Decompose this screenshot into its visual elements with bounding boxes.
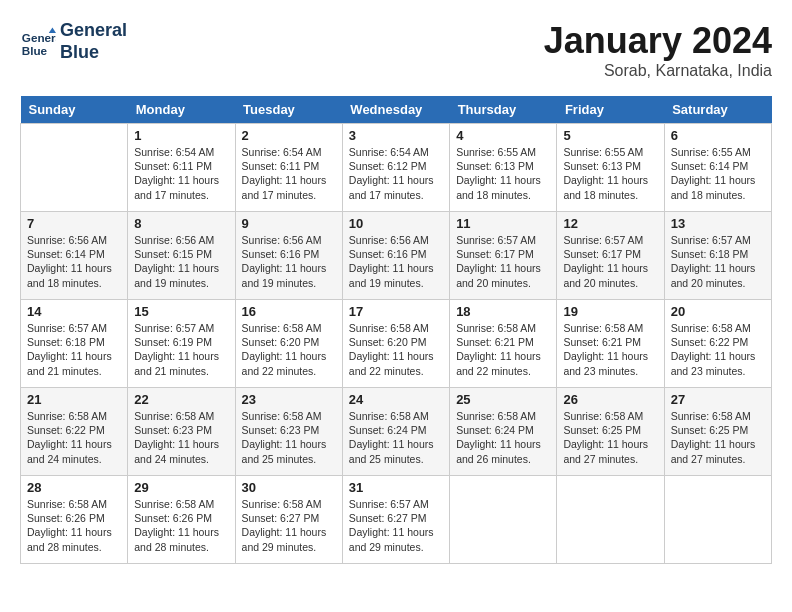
week-row-4: 21Sunrise: 6:58 AM Sunset: 6:22 PM Dayli… [21,388,772,476]
day-number: 6 [671,128,765,143]
day-info: Sunrise: 6:58 AM Sunset: 6:20 PM Dayligh… [242,321,336,378]
day-info: Sunrise: 6:58 AM Sunset: 6:27 PM Dayligh… [242,497,336,554]
day-number: 19 [563,304,657,319]
day-number: 9 [242,216,336,231]
title-block: January 2024 Sorab, Karnataka, India [544,20,772,80]
location-title: Sorab, Karnataka, India [544,62,772,80]
calendar-cell: 9Sunrise: 6:56 AM Sunset: 6:16 PM Daylig… [235,212,342,300]
day-info: Sunrise: 6:58 AM Sunset: 6:21 PM Dayligh… [456,321,550,378]
day-info: Sunrise: 6:58 AM Sunset: 6:23 PM Dayligh… [242,409,336,466]
day-info: Sunrise: 6:57 AM Sunset: 6:19 PM Dayligh… [134,321,228,378]
day-number: 25 [456,392,550,407]
calendar-cell: 13Sunrise: 6:57 AM Sunset: 6:18 PM Dayli… [664,212,771,300]
day-info: Sunrise: 6:56 AM Sunset: 6:14 PM Dayligh… [27,233,121,290]
day-info: Sunrise: 6:55 AM Sunset: 6:14 PM Dayligh… [671,145,765,202]
logo: General Blue General Blue [20,20,127,63]
logo-icon: General Blue [20,24,56,60]
calendar-header-row: Sunday Monday Tuesday Wednesday Thursday… [21,96,772,124]
calendar-cell: 8Sunrise: 6:56 AM Sunset: 6:15 PM Daylig… [128,212,235,300]
day-number: 13 [671,216,765,231]
calendar-cell: 23Sunrise: 6:58 AM Sunset: 6:23 PM Dayli… [235,388,342,476]
calendar-cell [557,476,664,564]
day-number: 4 [456,128,550,143]
svg-text:Blue: Blue [22,43,48,56]
day-info: Sunrise: 6:58 AM Sunset: 6:24 PM Dayligh… [349,409,443,466]
day-number: 30 [242,480,336,495]
calendar-cell: 1Sunrise: 6:54 AM Sunset: 6:11 PM Daylig… [128,124,235,212]
calendar-cell: 12Sunrise: 6:57 AM Sunset: 6:17 PM Dayli… [557,212,664,300]
day-number: 29 [134,480,228,495]
calendar-cell: 2Sunrise: 6:54 AM Sunset: 6:11 PM Daylig… [235,124,342,212]
month-title: January 2024 [544,20,772,62]
col-tuesday: Tuesday [235,96,342,124]
day-number: 5 [563,128,657,143]
day-number: 2 [242,128,336,143]
page-header: General Blue General Blue January 2024 S… [20,20,772,80]
day-info: Sunrise: 6:58 AM Sunset: 6:25 PM Dayligh… [671,409,765,466]
day-number: 22 [134,392,228,407]
calendar-cell: 4Sunrise: 6:55 AM Sunset: 6:13 PM Daylig… [450,124,557,212]
calendar-cell: 18Sunrise: 6:58 AM Sunset: 6:21 PM Dayli… [450,300,557,388]
day-info: Sunrise: 6:58 AM Sunset: 6:22 PM Dayligh… [27,409,121,466]
calendar-cell: 24Sunrise: 6:58 AM Sunset: 6:24 PM Dayli… [342,388,449,476]
calendar-cell: 28Sunrise: 6:58 AM Sunset: 6:26 PM Dayli… [21,476,128,564]
calendar-cell: 3Sunrise: 6:54 AM Sunset: 6:12 PM Daylig… [342,124,449,212]
calendar-cell: 26Sunrise: 6:58 AM Sunset: 6:25 PM Dayli… [557,388,664,476]
calendar-cell: 29Sunrise: 6:58 AM Sunset: 6:26 PM Dayli… [128,476,235,564]
day-info: Sunrise: 6:57 AM Sunset: 6:18 PM Dayligh… [671,233,765,290]
calendar-cell: 30Sunrise: 6:58 AM Sunset: 6:27 PM Dayli… [235,476,342,564]
day-info: Sunrise: 6:58 AM Sunset: 6:21 PM Dayligh… [563,321,657,378]
calendar-cell [450,476,557,564]
col-saturday: Saturday [664,96,771,124]
day-number: 23 [242,392,336,407]
day-info: Sunrise: 6:54 AM Sunset: 6:12 PM Dayligh… [349,145,443,202]
col-thursday: Thursday [450,96,557,124]
day-info: Sunrise: 6:55 AM Sunset: 6:13 PM Dayligh… [563,145,657,202]
calendar-table: Sunday Monday Tuesday Wednesday Thursday… [20,96,772,564]
day-number: 15 [134,304,228,319]
day-info: Sunrise: 6:58 AM Sunset: 6:22 PM Dayligh… [671,321,765,378]
calendar-cell: 5Sunrise: 6:55 AM Sunset: 6:13 PM Daylig… [557,124,664,212]
day-number: 10 [349,216,443,231]
day-info: Sunrise: 6:54 AM Sunset: 6:11 PM Dayligh… [242,145,336,202]
calendar-cell: 10Sunrise: 6:56 AM Sunset: 6:16 PM Dayli… [342,212,449,300]
day-number: 8 [134,216,228,231]
calendar-cell: 7Sunrise: 6:56 AM Sunset: 6:14 PM Daylig… [21,212,128,300]
day-info: Sunrise: 6:58 AM Sunset: 6:24 PM Dayligh… [456,409,550,466]
calendar-cell: 15Sunrise: 6:57 AM Sunset: 6:19 PM Dayli… [128,300,235,388]
week-row-5: 28Sunrise: 6:58 AM Sunset: 6:26 PM Dayli… [21,476,772,564]
day-number: 16 [242,304,336,319]
day-number: 24 [349,392,443,407]
day-number: 27 [671,392,765,407]
week-row-3: 14Sunrise: 6:57 AM Sunset: 6:18 PM Dayli… [21,300,772,388]
day-number: 17 [349,304,443,319]
day-number: 11 [456,216,550,231]
week-row-1: 1Sunrise: 6:54 AM Sunset: 6:11 PM Daylig… [21,124,772,212]
calendar-cell: 14Sunrise: 6:57 AM Sunset: 6:18 PM Dayli… [21,300,128,388]
col-friday: Friday [557,96,664,124]
calendar-cell: 25Sunrise: 6:58 AM Sunset: 6:24 PM Dayli… [450,388,557,476]
day-info: Sunrise: 6:54 AM Sunset: 6:11 PM Dayligh… [134,145,228,202]
calendar-cell [664,476,771,564]
day-number: 20 [671,304,765,319]
col-monday: Monday [128,96,235,124]
calendar-cell: 17Sunrise: 6:58 AM Sunset: 6:20 PM Dayli… [342,300,449,388]
day-number: 18 [456,304,550,319]
day-info: Sunrise: 6:58 AM Sunset: 6:26 PM Dayligh… [27,497,121,554]
day-info: Sunrise: 6:58 AM Sunset: 6:25 PM Dayligh… [563,409,657,466]
day-number: 28 [27,480,121,495]
day-info: Sunrise: 6:58 AM Sunset: 6:20 PM Dayligh… [349,321,443,378]
day-number: 12 [563,216,657,231]
col-sunday: Sunday [21,96,128,124]
day-number: 26 [563,392,657,407]
day-number: 31 [349,480,443,495]
day-number: 21 [27,392,121,407]
day-info: Sunrise: 6:57 AM Sunset: 6:17 PM Dayligh… [563,233,657,290]
week-row-2: 7Sunrise: 6:56 AM Sunset: 6:14 PM Daylig… [21,212,772,300]
day-info: Sunrise: 6:57 AM Sunset: 6:27 PM Dayligh… [349,497,443,554]
day-number: 14 [27,304,121,319]
calendar-cell: 11Sunrise: 6:57 AM Sunset: 6:17 PM Dayli… [450,212,557,300]
day-info: Sunrise: 6:58 AM Sunset: 6:26 PM Dayligh… [134,497,228,554]
day-info: Sunrise: 6:56 AM Sunset: 6:16 PM Dayligh… [349,233,443,290]
day-number: 3 [349,128,443,143]
